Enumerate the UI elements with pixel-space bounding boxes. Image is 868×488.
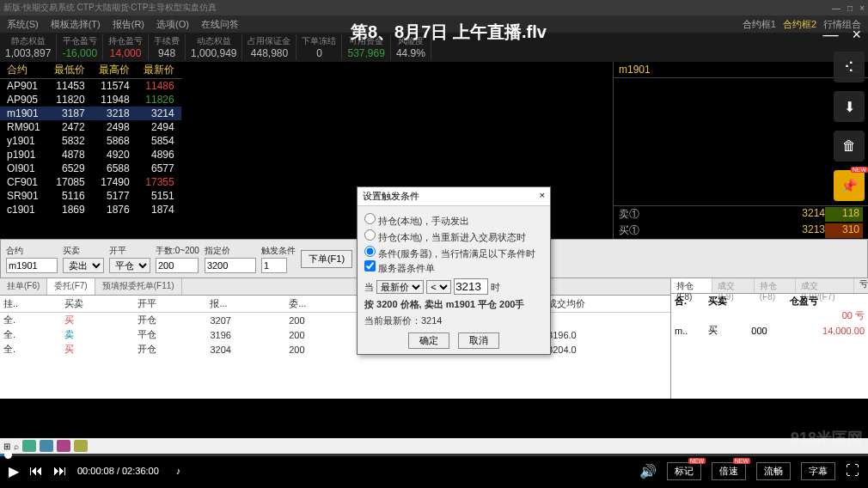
trigger-op-select[interactable]: < xyxy=(426,280,451,294)
taskbar-app-icon[interactable] xyxy=(40,440,53,452)
tab-pending[interactable]: 挂单(F6) xyxy=(0,278,47,295)
detail-symbol: m1901 xyxy=(619,64,651,76)
quote-table[interactable]: 合约最低价最高价最新价 AP901114531157411486AP905118… xyxy=(0,62,181,217)
video-sidebar: ⠪ ⬇ 🗑 📌NEW xyxy=(830,52,868,201)
quote-row[interactable]: SR901511651775151 xyxy=(0,189,181,203)
video-title-overlay: 第8、8月7日 上午直播.flv xyxy=(351,21,547,44)
bid-ask-panel: 卖① 3214 118 买① 3213 310 xyxy=(614,205,868,239)
order-row[interactable]: 全.买开仓320720020009:00:45 xyxy=(0,313,670,328)
trigger-condition-dialog: 设置触发条件 × 持仓(本地)，手动发出 持仓(本地)，当重新进入交易状态时 条… xyxy=(357,186,551,355)
dialog-close-icon[interactable]: × xyxy=(540,190,545,203)
pin-icon[interactable]: 📌NEW xyxy=(834,170,865,201)
tab-position2[interactable]: 持仓(F8) xyxy=(755,278,796,293)
dialog-opt3[interactable]: 条件(服务器)，当行情满足以下条件时 服务器条件单 xyxy=(364,246,543,275)
order-row[interactable]: 全.卖平仓319620020021:39:553196.0 xyxy=(0,327,670,342)
dialog-desc: 按 3200 价格, 卖出 m1901 平仓 200手 xyxy=(364,298,543,311)
dialog-ok-button[interactable]: 确定 xyxy=(408,332,449,349)
tab-prefill[interactable]: 预填报委托单(F11) xyxy=(95,278,182,295)
ask-label: 卖① xyxy=(619,207,653,222)
bid-price: 3213 xyxy=(653,223,825,238)
trigger-input[interactable] xyxy=(261,258,287,273)
quality-button[interactable]: 流畅 xyxy=(756,462,791,480)
trigger-value-input[interactable] xyxy=(454,278,488,295)
quote-row[interactable]: AP901114531157411486 xyxy=(0,79,181,94)
openclose-select[interactable]: 平仓 xyxy=(109,258,150,273)
quote-row[interactable]: RM901247224982494 xyxy=(0,120,181,134)
start-icon[interactable]: ⊞ xyxy=(3,442,10,451)
play-icon[interactable]: ▶ xyxy=(9,463,19,479)
quote-row[interactable]: y1901583258685854 xyxy=(0,134,181,148)
ask-price: 3214 xyxy=(653,207,825,222)
trigger-field-select[interactable]: 最新价 xyxy=(376,280,424,294)
submit-order-button[interactable]: 下单(F1) xyxy=(301,250,352,268)
menu-item[interactable]: 选项(O) xyxy=(156,18,189,31)
dialog-opt1[interactable]: 持仓(本地)，手动发出 xyxy=(364,213,543,228)
maximize-icon[interactable]: □ xyxy=(847,3,853,13)
windows-taskbar: ⊞ ⌕ xyxy=(0,438,868,454)
search-icon[interactable]: ⌕ xyxy=(14,442,19,451)
contract-input[interactable] xyxy=(6,258,58,273)
tab-fills[interactable]: 成交(F9) xyxy=(712,278,754,293)
video-progress-bar[interactable] xyxy=(0,454,868,456)
order-row[interactable]: 全.买开仓320420020021:35:473204.0 xyxy=(0,342,670,357)
tab-orders[interactable]: 委托(F7) xyxy=(47,278,95,295)
video-time: 00:00:08 / 02:36:00 xyxy=(77,466,159,476)
dialog-cancel-button[interactable]: 取消 xyxy=(458,332,499,349)
video-top-controls: — × xyxy=(822,26,861,44)
dialog-opt2[interactable]: 持仓(本地)，当重新进入交易状态时 xyxy=(364,229,543,244)
next-icon[interactable]: ⏭ xyxy=(53,463,67,479)
share-icon[interactable]: ⠪ xyxy=(834,52,865,82)
tab-fills2[interactable]: 成交(F9)/(F7) xyxy=(796,278,854,293)
taskbar-app-icon[interactable] xyxy=(57,440,70,452)
quote-row[interactable]: m1901318732183214 xyxy=(0,107,181,120)
order-list-panel: 挂..买卖开平报...委...余..报单时间成交均价全.买开仓320720020… xyxy=(0,296,670,399)
menu-item[interactable]: 模板选择(T) xyxy=(51,18,101,31)
volume-icon[interactable]: 🔊 xyxy=(639,463,657,479)
quote-row[interactable]: OI901652965886577 xyxy=(0,162,181,175)
delete-icon[interactable]: 🗑 xyxy=(834,131,865,162)
minimize-icon[interactable]: — xyxy=(832,3,840,13)
video-minimize-icon[interactable]: — xyxy=(822,26,838,44)
window-titlebar: 新版·快期交易系统 CTP大陆期货·CTP主导权型实盘仿真 — □ × xyxy=(0,0,868,15)
qty-input[interactable] xyxy=(156,258,199,273)
quote-row[interactable]: CF901170851749017355 xyxy=(0,175,181,189)
quote-row[interactable]: c1901186918761874 xyxy=(0,203,181,217)
buysell-select[interactable]: 卖出 xyxy=(63,258,104,273)
quote-row[interactable]: p1901487849204896 xyxy=(0,148,181,162)
taskbar-app-icon[interactable] xyxy=(22,440,36,452)
position-row[interactable]: 00 亏 xyxy=(671,308,868,323)
price-input[interactable] xyxy=(205,258,256,273)
video-player-bar: ▶ ⏮ ⏭ 00:00:08 / 02:36:00 ♪ 🔊 标记NEW 倍速NE… xyxy=(0,454,868,488)
window-title: 新版·快期交易系统 CTP大陆期货·CTP主导权型实盘仿真 xyxy=(3,2,217,14)
mark-button[interactable]: 标记NEW xyxy=(667,462,701,480)
server-order-checkbox[interactable] xyxy=(364,260,376,271)
video-close-icon[interactable]: × xyxy=(852,26,861,44)
fullscreen-icon[interactable]: ⛶ xyxy=(846,463,859,479)
position-row[interactable]: m..买00014,000.00 xyxy=(671,323,868,338)
position-panel: 持仓(F8) 成交(F9) 持仓(F8) 成交(F9)/(F7) 亏 合.买卖仓… xyxy=(670,278,868,399)
download-icon[interactable]: ⬇ xyxy=(834,91,865,122)
speed-button[interactable]: 倍速NEW xyxy=(712,462,746,480)
ask-volume: 118 xyxy=(825,207,863,222)
quote-row[interactable]: AP905118201194811826 xyxy=(0,93,181,107)
top-tab[interactable]: 合约框1 xyxy=(743,18,776,31)
subtitle-button[interactable]: 字幕 xyxy=(801,462,835,480)
watermark: 918米匡网 xyxy=(791,428,863,448)
menu-item[interactable]: 报告(R) xyxy=(113,18,144,31)
dialog-title: 设置触发条件 xyxy=(363,190,419,203)
bid-label: 买① xyxy=(619,223,653,238)
top-tab[interactable]: 合约框2 xyxy=(783,18,816,31)
bid-volume: 310 xyxy=(825,223,863,238)
menu-item[interactable]: 在线问答 xyxy=(201,18,239,31)
prev-icon[interactable]: ⏮ xyxy=(29,463,43,479)
order-list-tabs: 挂单(F6) 委托(F7) 预填报委托单(F11) xyxy=(0,278,670,296)
tab-position[interactable]: 持仓(F8) xyxy=(671,278,712,293)
taskbar-app-icon[interactable] xyxy=(74,440,88,452)
close-icon[interactable]: × xyxy=(859,3,865,13)
menu-item[interactable]: 系统(S) xyxy=(7,18,39,31)
